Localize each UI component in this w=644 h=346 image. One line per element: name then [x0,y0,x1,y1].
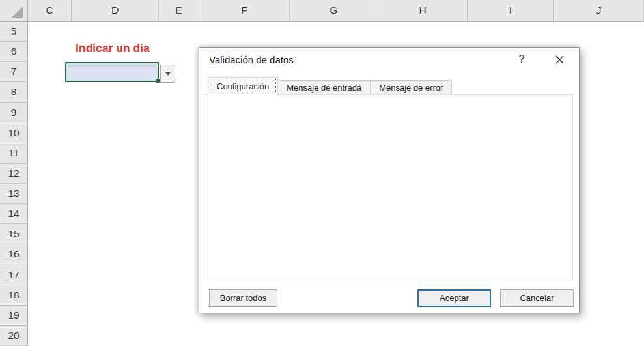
fill-handle[interactable] [156,79,160,83]
row-header-13[interactable]: 13 [0,184,27,204]
row-header-19[interactable]: 19 [0,306,27,326]
tab-mensaje-entrada[interactable]: Mensaje de entrada [277,80,371,94]
select-all-corner[interactable] [0,0,28,21]
borrar-todos-button[interactable]: Borrar todos [209,289,277,307]
column-header-I[interactable]: I [468,0,554,21]
cell-dropdown-arrow-icon [165,72,171,76]
row-header-7[interactable]: 7 [0,62,27,82]
column-header-C[interactable]: C [28,0,72,21]
row-header-9[interactable]: 9 [0,103,27,123]
row-header-18[interactable]: 18 [0,285,27,306]
row-header-12[interactable]: 12 [0,164,27,184]
row-header-16[interactable]: 16 [0,244,27,265]
tab-strip: Configuración Mensaje de entrada Mensaje… [208,77,452,95]
cancelar-button[interactable]: Cancelar [500,289,574,307]
row-header-8[interactable]: 8 [0,82,27,102]
column-headers: CDEFGHIJ [0,0,644,22]
column-header-F[interactable]: F [199,0,290,21]
tab-mensaje-error[interactable]: Mensaje de error [370,80,452,94]
column-header-G[interactable]: G [290,0,378,21]
row-header-5[interactable]: 5 [0,22,27,42]
tab-page [204,94,573,280]
tab-configuracion[interactable]: Configuración [208,77,278,95]
column-header-E[interactable]: E [159,0,199,21]
help-icon: ? [519,53,525,65]
row-header-6[interactable]: 6 [0,42,27,62]
column-header-D[interactable]: D [72,0,159,21]
cell-dropdown-button[interactable] [160,65,175,83]
row-headers: 567891011121314151617181920 [0,22,28,346]
row-header-17[interactable]: 17 [0,265,27,285]
close-button[interactable] [541,48,578,71]
spreadsheet: CDEFGHIJ 567891011121314151617181920 Ind… [0,0,644,346]
select-all-icon [12,7,23,18]
help-button[interactable]: ? [502,48,541,71]
close-icon [555,55,564,64]
data-validation-dialog: Validación de datos ? Configuración Mens… [199,47,580,313]
aceptar-button[interactable]: Aceptar [417,289,491,307]
selected-cell-d7[interactable] [65,62,159,82]
column-header-H[interactable]: H [378,0,468,21]
row-header-20[interactable]: 20 [0,326,27,346]
column-header-J[interactable]: J [554,0,644,21]
row-header-11[interactable]: 11 [0,143,27,164]
row-header-15[interactable]: 15 [0,224,27,244]
row-header-14[interactable]: 14 [0,204,27,224]
dialog-title: Validación de datos [209,54,294,65]
row-header-10[interactable]: 10 [0,123,27,143]
annotation-text: Indicar un día [65,42,160,55]
